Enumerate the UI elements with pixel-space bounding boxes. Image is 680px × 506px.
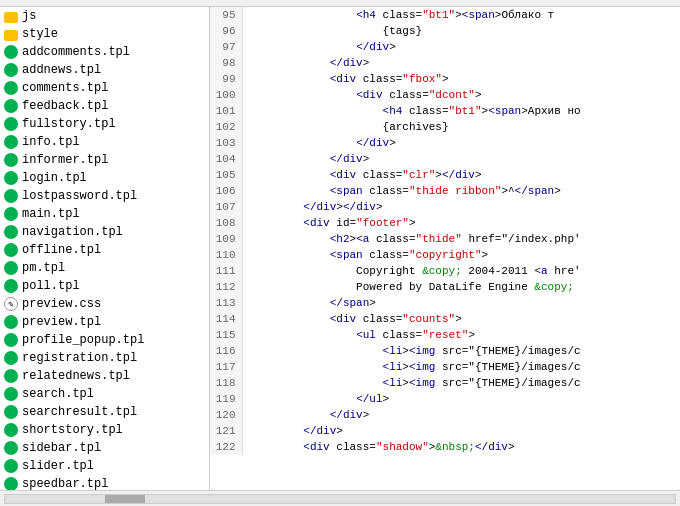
sidebar-item[interactable]: offline.tpl bbox=[0, 241, 209, 259]
code-line: </div></div> bbox=[242, 199, 680, 215]
sidebar-item-label: login.tpl bbox=[22, 171, 87, 185]
line-number: 105 bbox=[210, 167, 242, 183]
line-number: 107 bbox=[210, 199, 242, 215]
sidebar-item-label: comments.tpl bbox=[22, 81, 108, 95]
sidebar-item[interactable]: login.tpl bbox=[0, 169, 209, 187]
file-icon bbox=[4, 153, 18, 167]
line-number: 109 bbox=[210, 231, 242, 247]
file-icon bbox=[4, 207, 18, 221]
table-row: 117 <li><img src="{THEME}/images/c bbox=[210, 359, 680, 375]
sidebar-item[interactable]: speedbar.tpl bbox=[0, 475, 209, 490]
table-row: 116 <li><img src="{THEME}/images/c bbox=[210, 343, 680, 359]
sidebar-item[interactable]: comments.tpl bbox=[0, 79, 209, 97]
sidebar-item[interactable]: style bbox=[0, 25, 209, 43]
code-editor[interactable]: 95 <h4 class="bt1"><span>Облако т96 {tag… bbox=[210, 7, 680, 490]
line-number: 119 bbox=[210, 391, 242, 407]
sidebar-item[interactable]: pm.tpl bbox=[0, 259, 209, 277]
table-row: 96 {tags} bbox=[210, 23, 680, 39]
sidebar-item[interactable]: informer.tpl bbox=[0, 151, 209, 169]
sidebar-item[interactable]: main.tpl bbox=[0, 205, 209, 223]
code-line: <li><img src="{THEME}/images/c bbox=[242, 343, 680, 359]
table-row: 97 </div> bbox=[210, 39, 680, 55]
code-table: 95 <h4 class="bt1"><span>Облако т96 {tag… bbox=[210, 7, 680, 455]
scrollbar-thumb[interactable] bbox=[105, 495, 145, 503]
line-number: 108 bbox=[210, 215, 242, 231]
sidebar-item[interactable]: info.tpl bbox=[0, 133, 209, 151]
file-icon bbox=[4, 423, 18, 437]
sidebar-item[interactable]: profile_popup.tpl bbox=[0, 331, 209, 349]
code-line: <div class="counts"> bbox=[242, 311, 680, 327]
sidebar-item[interactable]: fullstory.tpl bbox=[0, 115, 209, 133]
sidebar-item[interactable]: sidebar.tpl bbox=[0, 439, 209, 457]
file-sidebar: jsstyleaddcomments.tpladdnews.tplcomment… bbox=[0, 7, 210, 490]
code-line: <h4 class="bt1"><span>Архив но bbox=[242, 103, 680, 119]
sidebar-item[interactable]: addcomments.tpl bbox=[0, 43, 209, 61]
table-row: 109 <h2><a class="thide" href="/index.ph… bbox=[210, 231, 680, 247]
folder-icon bbox=[4, 30, 18, 41]
table-row: 106 <span class="thide ribbon">^</span> bbox=[210, 183, 680, 199]
bottom-scrollbar[interactable] bbox=[0, 490, 680, 506]
file-icon bbox=[4, 369, 18, 383]
table-row: 119 </ul> bbox=[210, 391, 680, 407]
sidebar-item[interactable]: searchresult.tpl bbox=[0, 403, 209, 421]
sidebar-item-label: preview.css bbox=[22, 297, 101, 311]
line-number: 95 bbox=[210, 7, 242, 23]
line-number: 102 bbox=[210, 119, 242, 135]
sidebar-item[interactable]: lostpassword.tpl bbox=[0, 187, 209, 205]
line-number: 112 bbox=[210, 279, 242, 295]
line-number: 99 bbox=[210, 71, 242, 87]
line-number: 114 bbox=[210, 311, 242, 327]
sidebar-item[interactable]: slider.tpl bbox=[0, 457, 209, 475]
line-number: 115 bbox=[210, 327, 242, 343]
line-number: 122 bbox=[210, 439, 242, 455]
pencil-icon: ✎ bbox=[4, 297, 18, 311]
sidebar-item[interactable]: shortstory.tpl bbox=[0, 421, 209, 439]
scrollbar-track[interactable] bbox=[4, 494, 676, 504]
sidebar-item[interactable]: ✎preview.css bbox=[0, 295, 209, 313]
sidebar-item[interactable]: addnews.tpl bbox=[0, 61, 209, 79]
sidebar-item-label: poll.tpl bbox=[22, 279, 80, 293]
line-number: 120 bbox=[210, 407, 242, 423]
line-number: 116 bbox=[210, 343, 242, 359]
code-line: <h4 class="bt1"><span>Облако т bbox=[242, 7, 680, 23]
sidebar-item[interactable]: relatednews.tpl bbox=[0, 367, 209, 385]
sidebar-item[interactable]: preview.tpl bbox=[0, 313, 209, 331]
file-icon bbox=[4, 333, 18, 347]
table-row: 115 <ul class="reset"> bbox=[210, 327, 680, 343]
sidebar-item[interactable]: feedback.tpl bbox=[0, 97, 209, 115]
sidebar-item-label: registration.tpl bbox=[22, 351, 137, 365]
table-row: 105 <div class="clr"></div> bbox=[210, 167, 680, 183]
line-number: 111 bbox=[210, 263, 242, 279]
file-icon bbox=[4, 225, 18, 239]
table-row: 108 <div id="footer"> bbox=[210, 215, 680, 231]
sidebar-item-label: informer.tpl bbox=[22, 153, 108, 167]
table-row: 103 </div> bbox=[210, 135, 680, 151]
line-number: 118 bbox=[210, 375, 242, 391]
sidebar-item-label: addcomments.tpl bbox=[22, 45, 130, 59]
table-row: 111 Copyright &copy; 2004-2011 <a hre' bbox=[210, 263, 680, 279]
sidebar-item-label: js bbox=[22, 9, 36, 23]
line-number: 121 bbox=[210, 423, 242, 439]
sidebar-item[interactable]: js bbox=[0, 7, 209, 25]
line-number: 97 bbox=[210, 39, 242, 55]
sidebar-item[interactable]: search.tpl bbox=[0, 385, 209, 403]
code-line: <div class="shadow">&nbsp;</div> bbox=[242, 439, 680, 455]
file-icon bbox=[4, 171, 18, 185]
sidebar-item[interactable]: poll.tpl bbox=[0, 277, 209, 295]
sidebar-item-label: sidebar.tpl bbox=[22, 441, 101, 455]
file-icon bbox=[4, 243, 18, 257]
file-icon bbox=[4, 459, 18, 473]
sidebar-item[interactable]: registration.tpl bbox=[0, 349, 209, 367]
table-row: 114 <div class="counts"> bbox=[210, 311, 680, 327]
line-number: 96 bbox=[210, 23, 242, 39]
table-row: 122 <div class="shadow">&nbsp;</div> bbox=[210, 439, 680, 455]
folder-icon bbox=[4, 12, 18, 23]
sidebar-item-label: offline.tpl bbox=[22, 243, 101, 257]
sidebar-item-label: relatednews.tpl bbox=[22, 369, 130, 383]
line-number: 104 bbox=[210, 151, 242, 167]
table-row: 118 <li><img src="{THEME}/images/c bbox=[210, 375, 680, 391]
line-number: 103 bbox=[210, 135, 242, 151]
line-number: 117 bbox=[210, 359, 242, 375]
sidebar-item[interactable]: navigation.tpl bbox=[0, 223, 209, 241]
file-icon bbox=[4, 405, 18, 419]
